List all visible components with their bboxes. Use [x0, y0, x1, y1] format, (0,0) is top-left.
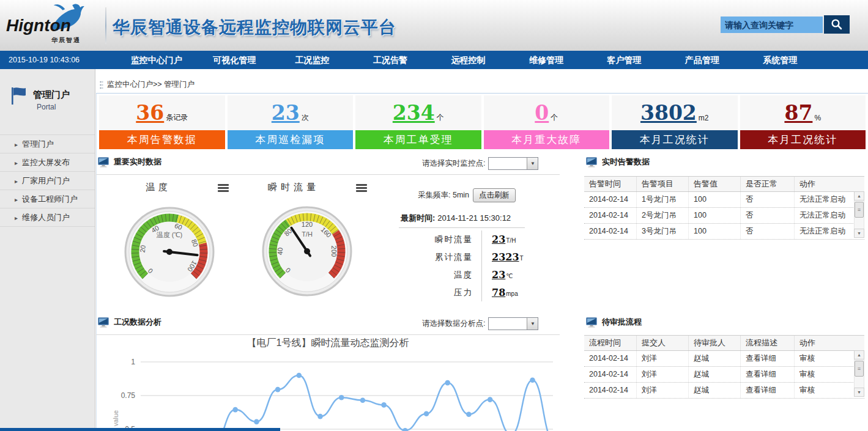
portal-title: 管理门户	[33, 89, 70, 101]
sidebar-item-3[interactable]: ▸厂家用户门户	[0, 172, 95, 190]
search-input[interactable]	[721, 17, 823, 33]
footer-strip	[0, 428, 280, 431]
table-cell: 赵城	[688, 383, 740, 398]
nav-item-5[interactable]: 远程控制	[429, 51, 507, 69]
sidebar-item-1[interactable]: ▸管理门户	[0, 134, 95, 153]
scroll-track[interactable]: ≡	[854, 201, 864, 229]
readout-value: 23	[492, 234, 505, 245]
chart-marker	[402, 428, 408, 431]
nav-item-1[interactable]: 监控中心门户	[117, 51, 195, 69]
table-scrollbar[interactable]: ▲≡▼	[854, 350, 864, 397]
monitor-icon	[98, 317, 109, 328]
table-cell: 刘洋	[636, 351, 688, 366]
stat-value: 0	[535, 103, 549, 123]
table-scrollbar[interactable]: ▲≡▼	[854, 191, 864, 238]
stat-card-label[interactable]: 本月工况统计	[740, 130, 866, 149]
scroll-thumb[interactable]: ≡	[855, 202, 864, 218]
scroll-track[interactable]: ≡	[854, 359, 864, 388]
nav-item-4[interactable]: 工况告警	[351, 51, 429, 69]
analysis-point-select-label: 请选择数据分析点:	[422, 319, 485, 329]
portal-subtitle: Portal	[37, 103, 56, 111]
nav-timestamp: 2015-10-19 10:43:06	[9, 51, 80, 69]
nav-item-6[interactable]: 维修管理	[507, 51, 585, 69]
readout-list: 瞬时流量23T/H累计流量2323T温度23℃压力78mpa	[385, 230, 538, 301]
scroll-down-button[interactable]: ▼	[854, 229, 864, 238]
table-cell[interactable]: 审核	[794, 351, 854, 366]
sidebar-item-label: 监控大屏发布	[22, 158, 70, 167]
stat-unit: 个	[437, 112, 444, 123]
nav-item-8[interactable]: 产品管理	[663, 51, 741, 69]
scroll-thumb[interactable]: ≡	[855, 361, 864, 377]
analysis-point-select-group: 请选择数据分析点: ▼	[422, 317, 538, 330]
table-header-cell: 动作	[794, 336, 854, 350]
stat-card-label[interactable]: 本周告警数据	[99, 130, 225, 149]
nav-item-3[interactable]: 工况监控	[273, 51, 351, 69]
triangle-bullet-icon: ▸	[15, 178, 18, 185]
gauge-flow-menu-icon[interactable]	[356, 184, 367, 193]
stat-unit: 个	[551, 112, 558, 123]
table-cell[interactable]: 查看详细	[740, 367, 794, 382]
triangle-bullet-icon: ▸	[15, 215, 18, 221]
table-cell[interactable]: 查看详细	[740, 351, 794, 366]
chevron-down-icon[interactable]: ▼	[527, 158, 538, 169]
table-cell[interactable]: 审核	[794, 367, 854, 382]
nav-bar: 2015-10-19 10:43:06 监控中心门户可视化管理工况监控工况告警远…	[0, 51, 868, 69]
chart-marker	[445, 380, 450, 386]
table-cell: 否	[740, 208, 794, 223]
scroll-up-button[interactable]: ▲	[854, 350, 864, 359]
table-header-cell: 提交人	[636, 336, 688, 350]
gauge-flow: 04080120160200T/H	[260, 204, 354, 298]
table-cell: 2014-02-14	[584, 367, 636, 382]
gauge-needle-hub	[304, 248, 310, 254]
chart-marker	[466, 412, 472, 418]
gauge-temperature-menu-icon[interactable]	[218, 184, 229, 193]
table-cell[interactable]: 审核	[794, 383, 854, 398]
stat-card-label[interactable]: 本周巡检漏项	[228, 130, 354, 149]
refresh-button[interactable]: 点击刷新	[473, 188, 516, 202]
stat-unit: 条记录	[166, 112, 188, 123]
monitor-point-select[interactable]: ▼	[488, 157, 538, 170]
readout-label: 压力	[385, 284, 482, 301]
stat-card-label[interactable]: 本月重大故障	[484, 130, 610, 149]
scroll-down-button[interactable]: ▼	[854, 388, 864, 397]
table-header-cell: 是否正常	[740, 177, 794, 191]
search-button[interactable]	[824, 15, 850, 34]
table-cell: 100	[688, 208, 740, 223]
triangle-bullet-icon: ▸	[15, 141, 18, 148]
sidebar-item-2[interactable]: ▸监控大屏发布	[0, 153, 95, 172]
readout-divider	[399, 227, 525, 228]
table-cell: 无法正常启动	[794, 192, 854, 207]
gauge-flow-title: 瞬时流量	[268, 182, 319, 193]
chevron-down-icon[interactable]: ▼	[527, 318, 538, 330]
table-cell: 赵城	[688, 351, 740, 366]
table-cell: 3号龙门吊	[636, 224, 688, 239]
sidebar-menu: ▸管理门户▸监控大屏发布▸厂家用户门户▸设备工程师门户▸维修人员门户	[0, 134, 95, 227]
chart-marker	[275, 387, 281, 392]
analysis-point-select[interactable]: ▼	[488, 317, 538, 330]
scroll-up-button[interactable]: ▲	[854, 191, 864, 201]
stat-card-1: 36条记录本周告警数据	[99, 95, 225, 149]
nav-item-9[interactable]: 系统管理	[741, 51, 819, 69]
breadcrumb-text: 监控中心门户>> 管理门户	[107, 79, 195, 90]
line-chart: 10.750.5value	[96, 351, 560, 431]
triangle-bullet-icon: ▸	[15, 196, 18, 203]
approval-panel-header: 待审批流程	[586, 317, 642, 328]
stat-value: 3802	[640, 103, 697, 123]
breadcrumb-icon	[100, 81, 103, 89]
stat-value: 23	[272, 103, 300, 123]
nav-item-7[interactable]: 客户管理	[585, 51, 663, 69]
gauge-temperature-title: 温度	[146, 182, 171, 193]
stat-card-label[interactable]: 本周工单受理	[355, 130, 481, 149]
chart-ytick-label: 1	[131, 358, 135, 366]
table-cell: 无法正常启动	[794, 208, 854, 223]
table-cell: 1号龙门吊	[636, 192, 688, 207]
table-cell: 2014-02-14	[584, 192, 636, 207]
nav-item-2[interactable]: 可视化管理	[195, 51, 273, 69]
latest-time: 最新时间:2014-11-21 15:30:12	[401, 213, 511, 224]
sidebar-item-5[interactable]: ▸维修人员门户	[0, 208, 95, 227]
sidebar-item-4[interactable]: ▸设备工程师门户	[0, 190, 95, 208]
table-cell[interactable]: 查看详细	[740, 383, 794, 398]
latest-time-label: 最新时间:	[401, 213, 435, 223]
stat-card-label[interactable]: 本月工况统计	[612, 130, 738, 149]
readout-label: 累计流量	[385, 248, 482, 266]
